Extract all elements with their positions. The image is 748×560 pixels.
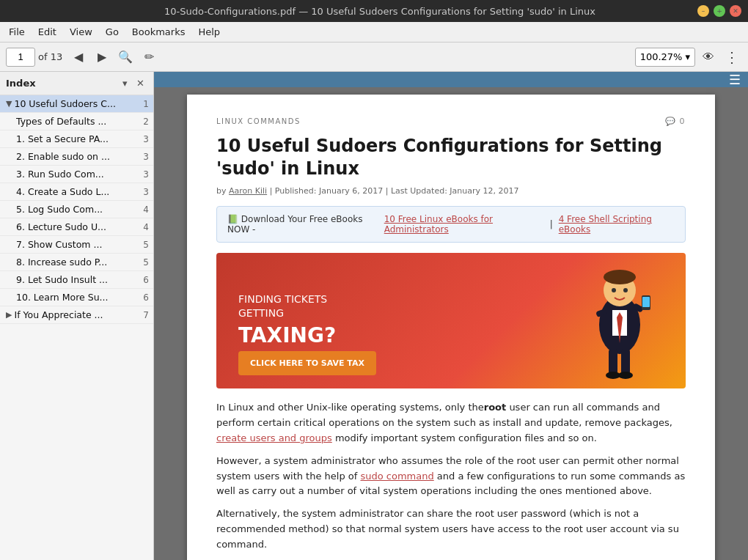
- toc-page: 6: [137, 275, 149, 285]
- svg-point-2: [604, 270, 636, 284]
- minimize-button[interactable]: –: [697, 5, 709, 17]
- window-title: 10-Sudo-Configurations.pdf — 10 Useful S…: [62, 6, 697, 17]
- toc-page: 5: [137, 257, 149, 268]
- svg-point-13: [612, 288, 616, 292]
- toc-item-1[interactable]: Types of Defaults ...2: [0, 113, 153, 130]
- sidebar-header: Index ▾ ✕: [0, 72, 153, 95]
- toc-page: 3: [137, 152, 149, 162]
- pdf-title: 10 Useful Sudoers Configurations for Set…: [216, 135, 686, 180]
- viewer-topbar: ☰: [154, 72, 748, 87]
- toc-label: 3. Run Sudo Com...: [16, 169, 134, 180]
- toc-label: Types of Defaults ...: [16, 116, 134, 127]
- para2: However, a system administrator who assu…: [216, 454, 686, 499]
- svg-point-14: [623, 288, 628, 292]
- menu-go[interactable]: Go: [100, 24, 125, 40]
- menu-file[interactable]: File: [3, 24, 31, 40]
- page-number-input[interactable]: [6, 48, 35, 67]
- toc-page: 3: [137, 187, 149, 197]
- toc-item-5[interactable]: 4. Create a Sudo L...3: [0, 183, 153, 201]
- pdf-viewer[interactable]: ☰ LINUX COMMANDS 💬 0 10 Useful Sudoers C…: [154, 72, 748, 560]
- zoom-selector[interactable]: 100.27% ▾: [635, 48, 695, 67]
- hamburger-icon[interactable]: ☰: [729, 72, 741, 87]
- toc-item-10[interactable]: 9. Let Sudo Insult ...6: [0, 271, 153, 289]
- toc-label: 9. Let Sudo Insult ...: [16, 274, 134, 285]
- menu-edit[interactable]: Edit: [32, 24, 62, 40]
- menu-view[interactable]: View: [64, 24, 98, 40]
- ad-content: FINDING TICKETS GETTING TAXING? CLICK HE…: [238, 292, 576, 350]
- ebook-link-1[interactable]: 10 Free Linux eBooks for Administrators: [384, 214, 544, 235]
- svg-rect-9: [609, 349, 617, 375]
- toc-label: 2. Enable sudo on ...: [16, 151, 134, 162]
- svg-rect-8: [642, 297, 650, 307]
- annotate-button[interactable]: ✏: [139, 47, 159, 67]
- toc-page: 3: [137, 169, 149, 180]
- toc-label: 4. Create a Sudo L...: [16, 186, 134, 197]
- ad-person-illustration: [576, 262, 664, 380]
- page-total: of 13: [38, 51, 62, 62]
- toc-label: 10. Learn More Su...: [16, 292, 134, 303]
- toc-expand-icon: ▶: [6, 310, 12, 320]
- download-bar: 📗 Download Your Free eBooks NOW - 10 Fre…: [216, 206, 686, 243]
- toc-page: 1: [137, 99, 149, 109]
- toc-item-4[interactable]: 3. Run Sudo Com...3: [0, 166, 153, 183]
- sidebar-content: ▼10 Useful Sudoers C...1Types of Default…: [0, 95, 153, 560]
- toc-page: 5: [137, 240, 149, 250]
- close-button[interactable]: ✕: [730, 5, 741, 17]
- toc-item-3[interactable]: 2. Enable sudo on ...3: [0, 148, 153, 166]
- ad-text: FINDING TICKETS GETTING TAXING?: [238, 292, 576, 350]
- prev-page-button[interactable]: ◀: [68, 47, 89, 67]
- main-area: Index ▾ ✕ ▼10 Useful Sudoers C...1Types …: [0, 72, 748, 560]
- sidebar: Index ▾ ✕ ▼10 Useful Sudoers C...1Types …: [0, 72, 154, 560]
- author-link[interactable]: Aaron Kili: [229, 186, 267, 196]
- toc-page: 4: [137, 222, 149, 232]
- toc-item-8[interactable]: 7. Show Custom ...5: [0, 236, 153, 254]
- maximize-button[interactable]: +: [714, 5, 725, 17]
- titlebar: 10-Sudo-Configurations.pdf — 10 Useful S…: [0, 0, 748, 22]
- menu-bookmarks[interactable]: Bookmarks: [126, 24, 191, 40]
- ad-banner[interactable]: FINDING TICKETS GETTING TAXING? CLICK HE…: [216, 253, 686, 388]
- create-users-link[interactable]: create users and groups: [216, 432, 332, 443]
- toc-label: If You Appreciate ...: [14, 309, 134, 320]
- toc-page: 3: [137, 134, 149, 144]
- pdf-category: LINUX COMMANDS 💬 0: [216, 117, 686, 126]
- ebook-link-2[interactable]: 4 Free Shell Scripting eBooks: [559, 214, 675, 235]
- window-controls[interactable]: – + ✕: [697, 5, 741, 17]
- pdf-body: In Linux and other Unix-like operating s…: [216, 400, 686, 560]
- view-mode-button[interactable]: 👁: [698, 47, 719, 67]
- toc-item-7[interactable]: 6. Lecture Sudo U...4: [0, 218, 153, 236]
- toc-label: 10 Useful Sudoers C...: [14, 98, 134, 109]
- menubar: File Edit View Go Bookmarks Help: [0, 22, 748, 43]
- toc-label: 1. Set a Secure PA...: [16, 133, 134, 144]
- svg-point-12: [618, 372, 633, 379]
- toc-label: 8. Increase sudo P...: [16, 257, 134, 268]
- zoom-value: 100.27%: [640, 51, 683, 62]
- para3: Alternatively, the system administrator …: [216, 506, 686, 552]
- menu-help[interactable]: Help: [192, 24, 226, 40]
- toc-page: 2: [137, 117, 149, 127]
- pdf-page: LINUX COMMANDS 💬 0 10 Useful Sudoers Con…: [187, 95, 715, 560]
- pdf-byline: by Aaron Kili | Published: January 6, 20…: [216, 186, 686, 196]
- sidebar-close-button[interactable]: ✕: [133, 76, 147, 90]
- toc-page: 4: [137, 205, 149, 215]
- toc-item-0[interactable]: ▼10 Useful Sudoers C...1: [0, 95, 153, 113]
- toc-label: 6. Lecture Sudo U...: [16, 221, 134, 232]
- toc-label: 7. Show Custom ...: [16, 239, 134, 250]
- more-options-button[interactable]: ⋮: [722, 47, 742, 67]
- toc-item-2[interactable]: 1. Set a Secure PA...3: [0, 130, 153, 148]
- sidebar-controls: ▾ ✕: [120, 76, 147, 90]
- toolbar: of 13 ◀ ▶ 🔍 ✏ 100.27% ▾ 👁 ⋮: [0, 43, 748, 72]
- toc-page: 6: [137, 292, 149, 303]
- sudo-command-link[interactable]: sudo command: [360, 471, 433, 482]
- ad-button[interactable]: CLICK HERE TO SAVE TAX: [238, 351, 376, 375]
- para1: In Linux and other Unix-like operating s…: [216, 400, 686, 446]
- comment-count: 💬 0: [665, 117, 686, 126]
- search-button[interactable]: 🔍: [115, 47, 136, 67]
- next-page-button[interactable]: ▶: [92, 47, 112, 67]
- toc-item-6[interactable]: 5. Log Sudo Com...4: [0, 201, 153, 218]
- svg-rect-10: [621, 349, 630, 375]
- sidebar-collapse-button[interactable]: ▾: [120, 76, 131, 90]
- toc-item-12[interactable]: ▶If You Appreciate ...7: [0, 306, 153, 324]
- toc-page: 7: [137, 310, 149, 320]
- toc-item-9[interactable]: 8. Increase sudo P...5: [0, 254, 153, 271]
- toc-item-11[interactable]: 10. Learn More Su...6: [0, 289, 153, 306]
